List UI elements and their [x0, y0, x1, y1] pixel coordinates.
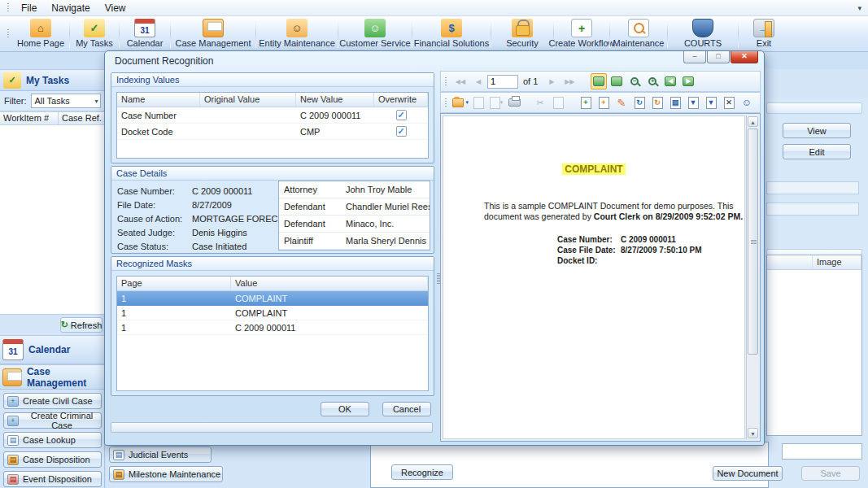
toolbar-item-maintenance[interactable]: Maintenance [612, 16, 665, 51]
toolbar-item-calendar[interactable]: 31 Calendar [121, 16, 168, 51]
sidebar-section-case-management[interactable]: Case Management [0, 364, 105, 390]
page-number-input[interactable] [487, 75, 518, 89]
toolbar-item-customer-service[interactable]: ☺ Customer Service [340, 16, 410, 51]
milestone-maintenance-button[interactable]: ▤ Milestone Maintenance [109, 466, 223, 482]
view-button[interactable]: View [783, 123, 851, 138]
toolbar-item-create-workflow[interactable]: + Create Workflow [556, 16, 608, 51]
annotate-icon[interactable]: ✎ [613, 94, 630, 111]
menu-navigate[interactable]: Navigate [44, 1, 97, 15]
cancel-button[interactable]: Cancel [382, 402, 431, 416]
fit-width-icon[interactable] [608, 73, 625, 89]
close-button[interactable]: ✕ [731, 51, 758, 63]
previous-page-icon[interactable]: ◀ [470, 73, 486, 89]
next-view-icon[interactable]: ▶ [680, 73, 696, 89]
document-name-field[interactable] [782, 443, 862, 460]
document-page[interactable]: COMPLAINT This is a sample COMPLAINT Doc… [443, 115, 745, 439]
thumbnails-icon[interactable]: ▤ [667, 94, 683, 111]
toolbar-item-courts[interactable]: COURTS [670, 16, 736, 51]
zoom-out-icon[interactable]: − [626, 73, 643, 89]
recognize-button[interactable]: Recognize [391, 464, 453, 480]
splitter-grip[interactable] [437, 273, 440, 285]
toolbar-item-security[interactable]: Security [493, 16, 552, 51]
event-disposition-button[interactable]: ▤ Event Disposition [3, 471, 102, 487]
mask-row[interactable]: 1 COMPLAINT [117, 306, 428, 320]
table-row[interactable]: Docket Code CMP ✓ [117, 124, 428, 140]
tasks-list[interactable] [0, 125, 105, 314]
party-row[interactable]: Attorney John Troy Mable [279, 181, 430, 198]
edit-button[interactable]: Edit [783, 144, 851, 159]
print-icon[interactable] [506, 94, 522, 111]
image-column-header[interactable]: Image [813, 255, 861, 269]
save-all-pages-icon[interactable]: ▼ [703, 94, 719, 111]
party-row[interactable]: Plaintiff Marla Sheryl Dennis [279, 233, 430, 250]
column-header[interactable]: Name [117, 93, 200, 107]
filter-dropdown[interactable]: All Tasks ▾ [31, 94, 101, 108]
scroll-up-icon[interactable]: ▲ [748, 116, 758, 127]
replace-page-icon[interactable]: ↻ [649, 94, 665, 111]
open-file-icon[interactable]: ▾ [452, 94, 469, 111]
column-header[interactable]: Page [117, 277, 231, 290]
right-panel-field[interactable] [766, 181, 859, 194]
save-page-icon[interactable]: ▼ [685, 94, 701, 111]
new-document-button[interactable]: New Document [713, 466, 783, 481]
copy-icon[interactable] [550, 94, 566, 111]
toolbar-item-exit[interactable]: → Exit [740, 16, 787, 51]
toolbar-item-case-management[interactable]: Case Management [172, 16, 254, 51]
last-page-icon[interactable]: ▶▶ [561, 73, 578, 89]
toolbar-grip[interactable] [7, 2, 11, 13]
fit-page-icon[interactable] [591, 73, 607, 89]
mask-row[interactable]: 1 C 2009 000011 [117, 320, 428, 335]
toolbar-grip[interactable] [444, 98, 448, 108]
ok-button[interactable]: OK [321, 402, 369, 416]
party-row[interactable]: Defendant Minaco, Inc. [279, 216, 430, 233]
toolbar-item-my-tasks[interactable]: ✓ My Tasks [72, 16, 117, 51]
minimize-button[interactable]: – [683, 51, 706, 63]
scroll-down-icon[interactable]: ▼ [748, 428, 758, 438]
zoom-in-icon[interactable]: + [644, 73, 661, 89]
menu-view[interactable]: View [98, 1, 133, 15]
case-ref-column-header[interactable]: Case Ref. No [59, 111, 105, 125]
scrollbar-thumb[interactable] [748, 129, 758, 355]
create-civil-case-button[interactable]: + Create Civil Case [3, 393, 102, 409]
first-page-icon[interactable]: ◀◀ [452, 73, 469, 89]
judicial-events-button[interactable]: ▤ Judicial Events [109, 447, 212, 463]
right-panel-field[interactable] [766, 203, 859, 216]
column-header[interactable]: Value [231, 277, 428, 290]
mask-row-selected[interactable]: 1 COMPLAINT [117, 291, 428, 306]
sidebar-section-calendar[interactable]: 31 Calendar [0, 335, 105, 364]
save-file-icon[interactable] [470, 94, 486, 111]
rotate-page-icon[interactable]: ↻ [631, 94, 648, 111]
menu-overflow-icon[interactable]: ▾ [857, 4, 861, 12]
add-page-icon[interactable]: + [578, 94, 594, 111]
toolbar-item-entity-maintenance[interactable]: ☺ Entity Maintenance [258, 16, 336, 51]
cut-icon[interactable]: ✂ [532, 94, 548, 111]
toolbar-item-home-page[interactable]: ⌂ Home Page [14, 16, 68, 51]
toolbar-grip[interactable] [444, 76, 448, 87]
overwrite-checkbox[interactable]: ✓ [396, 126, 407, 137]
workitem-column-header[interactable]: WorkItem # [0, 111, 59, 125]
column-header[interactable]: New Value [296, 93, 374, 107]
column-header[interactable]: Original Value [200, 93, 296, 107]
column-header[interactable]: Overwrite [374, 93, 428, 107]
save-as-icon[interactable]: ▾ [488, 94, 504, 111]
save-button[interactable]: Save [801, 466, 860, 481]
table-row[interactable]: Case Number C 2009 000011 ✓ [117, 107, 428, 124]
create-criminal-case-button[interactable]: + Create Criminal Case [3, 412, 102, 429]
toolbar-grip[interactable] [7, 28, 11, 39]
next-page-icon[interactable]: ▶ [543, 73, 560, 89]
viewer-scrollbar[interactable]: ▲ ▼ [746, 115, 758, 439]
maximize-button[interactable]: □ [707, 51, 730, 63]
insert-page-icon[interactable]: + [595, 94, 612, 111]
toolbar-item-financial[interactable]: $ Financial Solutions [414, 16, 489, 51]
previous-view-icon[interactable]: ◀ [662, 73, 678, 89]
delete-page-icon[interactable]: ✕ [721, 94, 737, 111]
case-lookup-button[interactable]: ▤ Case Lookup [3, 432, 102, 448]
party-row[interactable]: Defendant Chandler Muriel Reese [279, 198, 430, 216]
blank-column-header[interactable] [767, 255, 813, 269]
scan-icon[interactable]: ☺ [739, 94, 755, 111]
my-tasks-header[interactable]: ✓ My Tasks [0, 69, 105, 91]
case-disposition-button[interactable]: ▤ Case Disposition [3, 451, 102, 468]
menu-file[interactable]: File [14, 1, 44, 15]
overwrite-checkbox[interactable]: ✓ [396, 110, 407, 120]
refresh-button[interactable]: ↻ Refresh [60, 317, 103, 333]
